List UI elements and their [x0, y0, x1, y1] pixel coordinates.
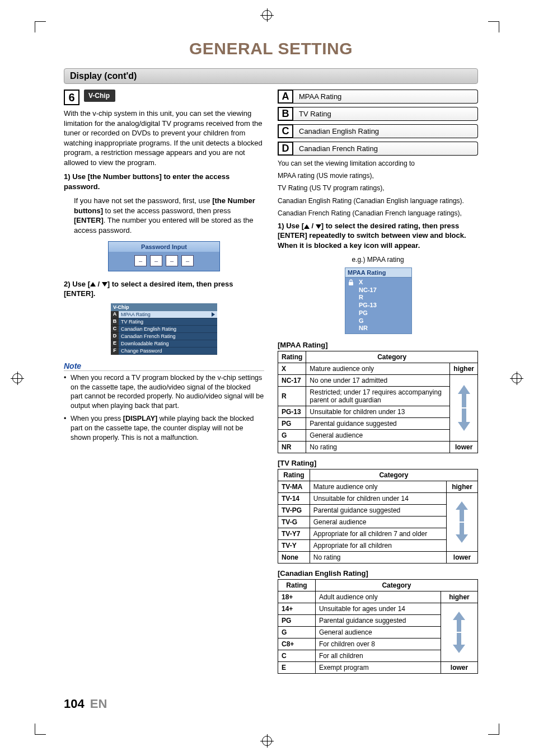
registration-mark [262, 736, 272, 746]
rating-desc: Parental guidance suggested [310, 505, 446, 516]
svg-marker-2 [458, 408, 470, 431]
rating-code: E [278, 662, 316, 674]
substep-2-heading: 2) Use [ / ] to select a desired item, t… [64, 279, 264, 299]
scale-arrow-cell [441, 603, 477, 662]
rating-code: C8+ [278, 638, 316, 650]
menu-letter: E [111, 340, 119, 348]
svg-marker-4 [456, 523, 468, 543]
rating-desc: Unsuitable for children under 14 [310, 493, 446, 505]
rating-desc: Unsuitable for ages under 14 [315, 603, 441, 615]
mpaa-popup-item: G [359, 317, 409, 325]
option-row: CCanadian English Rating [278, 124, 478, 138]
down-arrow-icon [102, 282, 107, 287]
up-arrow-icon [304, 224, 310, 229]
svg-marker-6 [453, 633, 465, 653]
option-label: TV Rating [293, 107, 478, 121]
ce-section-label: [Canadian English Rating] [278, 569, 478, 577]
rating-desc: Unsuitable for children under 13 [306, 406, 450, 418]
mpaa-popup-item: NR [359, 325, 409, 332]
page-number: 104 [64, 697, 85, 711]
rating-code: NR [278, 442, 306, 453]
menu-letter: D [111, 333, 119, 340]
rating-code: 14+ [278, 603, 316, 615]
registration-mark [512, 373, 522, 383]
th-rating: Rating [278, 351, 306, 363]
option-row: BTV Rating [278, 107, 478, 121]
option-row: DCanadian French Rating [278, 142, 478, 156]
scale-higher: higher [450, 363, 478, 375]
rating-code: TV-PG [278, 505, 310, 516]
rating-code: NC-17 [278, 375, 306, 387]
password-slot: – [134, 255, 147, 266]
tv-section-label: [TV Rating] [278, 459, 478, 467]
substep-1-heading: 1) Use [the Number buttons] to enter the… [64, 172, 264, 191]
rating-code: C [278, 650, 316, 662]
th-category: Category [310, 469, 477, 481]
down-arrow-icon [316, 224, 321, 229]
scale-lower: lower [450, 442, 478, 453]
arrow-down-icon [458, 408, 470, 431]
tv-rating-table: RatingCategory TV-MAMature audience only… [278, 469, 478, 564]
rating-code: TV-Y7 [278, 528, 310, 540]
option-letter: D [278, 142, 293, 156]
rating-desc: Mature audience only [306, 363, 450, 375]
rating-desc: For all children [315, 650, 441, 662]
th-category: Category [315, 580, 477, 591]
right-step-1: 1) Use [ / ] to select the desired ratin… [278, 221, 478, 251]
scale-higher: higher [446, 481, 477, 493]
mpaa-popup-item: PG [359, 309, 409, 317]
rating-desc: General audience [306, 430, 450, 442]
option-desc: MPAA rating (US movie ratings), [278, 171, 478, 180]
rating-desc: No one under 17 admitted [306, 375, 450, 387]
mpaa-section-label: [MPAA Rating] [278, 341, 478, 349]
option-letter: B [278, 107, 293, 121]
rating-desc: Parental guidance suggested [315, 615, 441, 627]
scale-lower: lower [446, 552, 477, 564]
rating-code: PG [278, 418, 306, 430]
note-item: When you press [DISPLAY] while playing b… [64, 414, 264, 443]
password-input-header: Password Input [109, 242, 219, 252]
registration-mark [262, 10, 272, 20]
menu-letter: C [111, 326, 119, 333]
arrow-up-icon [458, 385, 470, 407]
scale-lower: lower [441, 662, 477, 674]
menu-letter: B [111, 318, 119, 326]
option-label: Canadian English Rating [293, 124, 478, 138]
substep-1-body: If you have not set the password, first,… [64, 196, 264, 235]
rating-code: TV-G [278, 516, 310, 528]
rating-desc: For children over 8 [315, 638, 441, 650]
up-arrow-icon [90, 282, 96, 287]
scale-arrow-cell [450, 375, 478, 442]
option-row: AMPAA Rating [278, 90, 478, 104]
mpaa-popup: MPAA Rating X NC-17 R PG-13 PG G NR [345, 267, 412, 334]
password-slot: – [181, 255, 194, 266]
rating-code: G [278, 627, 316, 638]
arrow-down-icon [453, 633, 465, 653]
rating-desc: No rating [310, 552, 446, 564]
menu-item: Change Password [119, 348, 217, 355]
svg-marker-5 [453, 612, 465, 632]
rating-desc: Exempt program [315, 662, 441, 674]
th-rating: Rating [278, 580, 316, 591]
vchip-menu: V-Chip AMPAA Rating BTV Rating CCanadian… [111, 303, 217, 355]
th-category: Category [306, 351, 478, 363]
section-header: Display (cont'd) [64, 68, 478, 84]
page-language: EN [90, 697, 107, 711]
rating-desc: General audience [315, 627, 441, 638]
option-desc: TV Rating (US TV program ratings), [278, 184, 478, 192]
rating-code: None [278, 552, 310, 564]
registration-mark [12, 373, 22, 383]
chevron-right-icon [212, 312, 215, 317]
rating-code: PG-13 [278, 406, 306, 418]
menu-item: MPAA Rating [119, 311, 217, 318]
option-desc: Canadian French Rating (Canadian French … [278, 209, 478, 218]
password-slot: – [166, 255, 178, 266]
rating-code: 18+ [278, 591, 316, 603]
example-label: e.g.) MPAA rating [278, 255, 478, 264]
arrow-up-icon [456, 501, 468, 522]
menu-item: Canadian French Rating [119, 333, 217, 340]
menu-letter: F [111, 348, 119, 355]
rating-code: TV-MA [278, 481, 310, 493]
rating-desc: No rating [306, 442, 450, 453]
intro-text: With the v-chip system in this unit, you… [64, 109, 264, 167]
